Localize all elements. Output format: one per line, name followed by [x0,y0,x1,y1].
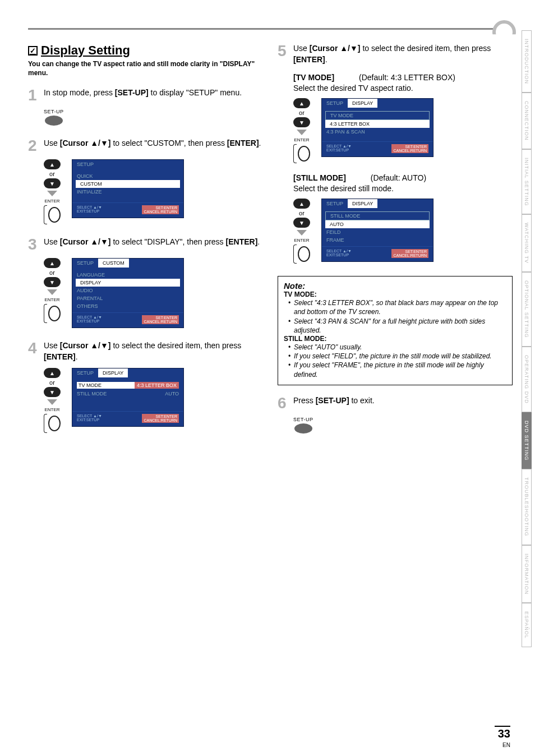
t: EXIT:SETUP [326,253,352,257]
t: CANCEL:RETURN [144,320,177,324]
osd-key: STILL MODE [77,391,165,397]
step-5: 5 Use [Cursor ▲/▼] to select the desired… [278,43,513,264]
t: Use [44,237,60,246]
step-number: 5 [278,43,289,59]
note-item: If you select "FIELD", the picture in th… [288,352,506,361]
still-mode-desc: Select the desired still mode. [293,184,513,193]
cursor-enter-icon: ▲ or ▼ ENTER [293,98,310,163]
note-item: Select "4:3 PAN & SCAN" for a full heigh… [288,317,506,335]
t: EXIT:SETUP [326,148,352,152]
osd-footer-left: SELECT ▲/▼EXIT:SETUP [326,249,352,258]
t: [ENTER] [44,352,76,361]
tv-mode-heading: [TV MODE] (Default: 4:3 LETTER BOX) [293,73,513,82]
t: CANCEL:RETURN [393,149,427,153]
t: [SET-UP] [115,88,149,97]
enter-label: ENTER [44,199,59,204]
step-number: 2 [28,138,39,154]
t: [ENTER] [293,55,325,64]
osd-footer-left: SELECT ▲/▼EXIT:SETUP [326,144,352,153]
osd-footer-right: SET:ENTERCANCEL:RETURN [142,205,179,214]
osd-footer-left: SELECT ▲/▼EXIT:SETUP [77,315,102,324]
t: to select the desired item, then press [361,44,491,53]
step-text: Use [Cursor ▲/▼] to select the desired i… [44,340,263,362]
side-tab: OPTIONAL SETTING [522,272,532,347]
osd-tab: SETUP [72,160,98,169]
enter-button-icon [44,304,61,323]
osd-item-selected: 4:3 LETTER BOX [325,120,430,128]
step-number: 1 [28,87,39,103]
side-tabs: INTRODUCTION CONNECTION INITIAL SETTING … [522,30,532,647]
tv-mode-desc: Select the desired TV aspect ratio. [293,84,513,93]
side-tab: INTRODUCTION [522,30,532,93]
note-box: Note: TV MODE: Select "4:3 LETTER BOX", … [278,276,513,385]
enter-button-icon [44,205,61,224]
osd-item: OTHERS [72,302,183,310]
osd-screen-custom: SETUP CUSTOM LANGUAGE DISPLAY AUDIO PARE… [72,258,184,328]
osd-tab-active: DISPLAY [98,368,128,377]
t: CANCEL:RETURN [144,418,177,422]
t: Use [293,44,310,53]
t: [Cursor ▲/▼] [310,44,361,53]
page-lang: EN [502,742,510,748]
setup-button-icon: SET-UP [293,417,313,434]
section-title-text: Display Setting [41,43,130,58]
enter-button-icon [293,144,310,163]
t: . [76,352,78,361]
chevron-down-icon [47,399,57,405]
down-button-icon: ▼ [44,178,61,188]
up-button-icon: ▲ [44,258,61,268]
osd-item: AUDIO [72,287,183,294]
side-tab: OPERATING DVD [522,347,532,412]
t: SET:ENTER [144,206,177,210]
side-tab: INFORMATION [522,545,532,603]
note-item: If you select "FRAME", the picture in th… [288,361,506,379]
side-tab: CONNECTION [522,93,532,149]
osd-footer-left: SELECT ▲/▼EXIT:SETUP [77,205,102,214]
t: [SET-UP] [316,396,349,405]
step-1: 1 In stop mode, press [SET-UP] to displa… [28,87,263,126]
t: [TV MODE] [293,73,334,82]
page-number: 33 [495,726,510,740]
setup-button-icon: SET-UP [44,109,64,126]
side-tab-active: DVD SETTING [522,412,532,469]
side-tab: INITIAL SETTING [522,149,532,215]
t: Use [44,341,60,350]
osd-key: TV MODE [77,382,135,389]
or-text: or [49,170,55,177]
t: EXIT:SETUP [77,209,102,213]
setup-label: SET-UP [293,417,313,422]
osd-screen-tv-mode: SETUP DISPLAY TV MODE 4:3 LETTER BOX 4:3… [321,98,433,157]
osd-item: FRAME [322,236,433,244]
up-button-icon: ▲ [44,159,61,169]
down-button-icon: ▼ [293,218,310,228]
t: Press [293,396,316,405]
osd-screen-setup: SETUP QUICK CUSTOM INITIALIZE SELECT ▲/▼… [72,159,184,218]
step-number: 6 [278,395,289,411]
enter-button-icon [293,245,310,264]
step-number: 3 [28,237,39,252]
osd-item: LANGUAGE [72,271,183,279]
chevron-down-icon [47,289,57,295]
chevron-down-icon [297,130,307,135]
osd-tab: SETUP [322,199,348,208]
t: [Cursor ▲/▼] [60,341,111,350]
step-text: Use [Cursor ▲/▼] to select the desired i… [293,43,513,65]
osd-item: FEILD [322,228,433,236]
t: SET:ENTER [393,250,427,253]
osd-tab-active: CUSTOM [98,259,129,268]
t: . [259,139,261,147]
step-text: In stop mode, press [SET-UP] to display … [44,87,263,99]
header-rule [28,28,513,30]
t: [Cursor ▲/▼] [60,139,111,147]
t: to select "DISPLAY", then press [111,237,226,246]
step-text: Press [SET-UP] to exit. [293,395,513,407]
t: SET:ENTER [144,414,177,418]
t: In stop mode, press [44,88,115,97]
down-button-icon: ▼ [44,387,61,397]
or-text: or [49,379,55,386]
osd-screen-display: SETUP DISPLAY TV MODE 4:3 LETTER BOX STI… [72,368,184,427]
osd-footer-right: SET:ENTERCANCEL:RETURN [391,249,428,258]
step-6: 6 Press [SET-UP] to exit. SET-UP [278,395,513,434]
t: to select "CUSTOM", then press [111,139,227,147]
osd-val: AUTO [165,391,179,397]
